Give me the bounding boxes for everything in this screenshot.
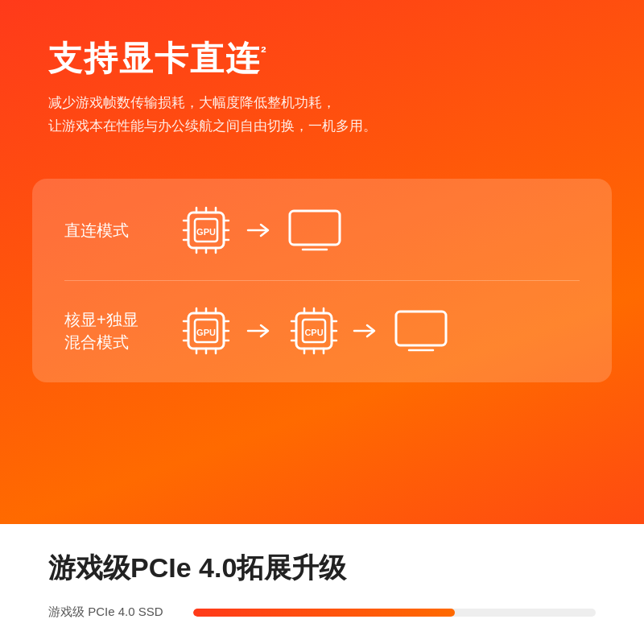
diagram-row-hybrid: 核显+独显 混合模式 (64, 302, 580, 360)
hybrid-mode-elements: GPU (177, 302, 449, 360)
bottom-title: 游戏级PCIe 4.0拓展升级 (48, 550, 596, 587)
title-text: 支持显卡直连 (48, 39, 261, 77)
top-section: 支持显卡直连² 减少游戏帧数传输损耗，大幅度降低整机功耗， 让游戏本在性能与办公… (0, 0, 644, 163)
bottom-title-main: PCIe 4.0拓展升级 (130, 552, 346, 583)
subtitle: 减少游戏帧数传输损耗，大幅度降低整机功耗， 让游戏本在性能与办公续航之间自由切换… (48, 92, 596, 138)
svg-rect-16 (290, 211, 340, 245)
bottom-section: 游戏级PCIe 4.0拓展升级 游戏级 PCIe 4.0 SSD (0, 524, 644, 644)
progress-label: 游戏级 PCIe 4.0 SSD (48, 605, 177, 620)
arrow-icon-3 (353, 323, 382, 339)
svg-text:CPU: CPU (304, 328, 323, 337)
direct-mode-label: 直连模式 (64, 219, 161, 242)
arrow-icon-2 (246, 323, 275, 339)
direct-mode-elements: GPU (177, 201, 343, 259)
svg-rect-50 (396, 312, 446, 345)
screen-icon-1 (287, 208, 343, 253)
hybrid-label-line1: 核显+独显 (64, 311, 138, 328)
subtitle-line1: 减少游戏帧数传输损耗，大幅度降低整机功耗， (48, 95, 336, 110)
progress-row: 游戏级 PCIe 4.0 SSD (48, 605, 596, 620)
screen-icon-2 (393, 308, 449, 353)
progress-bar-container (193, 609, 596, 617)
direct-label-text: 直连模式 (64, 221, 129, 239)
gpu-chip-icon-1: GPU (177, 201, 235, 259)
progress-bar-fill (193, 609, 455, 617)
hybrid-mode-label: 核显+独显 混合模式 (64, 308, 161, 353)
hybrid-label-line2: 混合模式 (64, 331, 161, 353)
gpu-chip-icon-2: GPU (177, 302, 235, 360)
bottom-title-prefix: 游戏级 (48, 552, 130, 583)
page-container: 支持显卡直连² 减少游戏帧数传输损耗，大幅度降低整机功耗， 让游戏本在性能与办公… (0, 0, 644, 644)
title-sup: ² (261, 43, 268, 61)
svg-text:GPU: GPU (196, 328, 216, 337)
cpu-chip-icon: CPU (287, 303, 341, 358)
diagram-row-direct: 直连模式 (64, 201, 580, 259)
arrow-icon-1 (246, 222, 275, 238)
subtitle-line2: 让游戏本在性能与办公续航之间自由切换，一机多用。 (48, 118, 377, 134)
svg-text:GPU: GPU (196, 227, 216, 237)
diagram-section: 直连模式 (32, 179, 612, 382)
main-title: 支持显卡直连² (48, 39, 596, 79)
